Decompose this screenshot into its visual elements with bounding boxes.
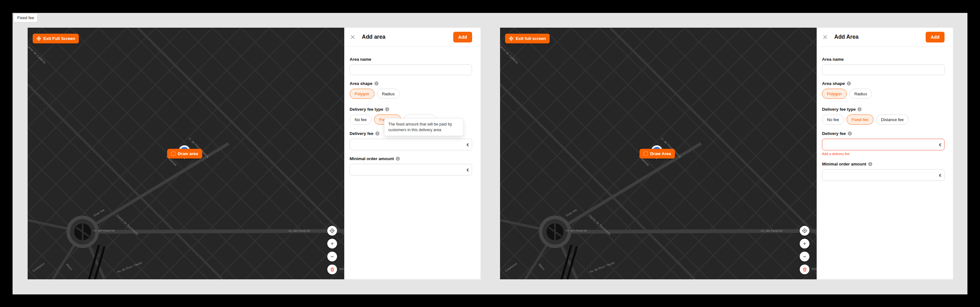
- area-shape-field: Area shape Polygon Radius: [350, 81, 472, 99]
- minimal-order-label: Minimal order amount: [822, 161, 945, 166]
- tab-fixed-fee[interactable]: Fixed fee: [14, 13, 38, 22]
- map-controls: + −: [327, 226, 337, 274]
- panel-header: Add area Add: [344, 28, 480, 46]
- zoom-in-button[interactable]: +: [800, 239, 810, 248]
- minimal-order-label: Minimal order amount: [350, 156, 472, 161]
- add-area-panel: Add area Add Area name Area shape: [344, 28, 480, 279]
- info-icon[interactable]: [868, 162, 872, 166]
- add-area-panel: Add Area Add Area name Area shape: [817, 28, 953, 279]
- area-name-field: Area name: [350, 57, 472, 75]
- area-shape-options: Polygon Radius: [822, 89, 945, 99]
- street-label: Pas: [339, 267, 344, 270]
- info-icon[interactable]: [375, 131, 379, 136]
- workspace-background: Fixed fee Carrer d: [13, 13, 967, 294]
- delivery-fee-label: Delivery fee: [822, 131, 945, 136]
- currency-suffix: €: [939, 142, 941, 147]
- street-label: Pas: [811, 267, 817, 270]
- close-button[interactable]: [822, 34, 828, 40]
- delivery-fee-input[interactable]: [350, 139, 472, 150]
- delivery-fee-input-wrap: €: [822, 139, 945, 150]
- info-icon[interactable]: [847, 82, 851, 86]
- trash-icon: [802, 267, 808, 272]
- delete-area-button[interactable]: [800, 265, 810, 274]
- panel-header: Add Area Add: [817, 28, 953, 46]
- currency-suffix: €: [467, 142, 469, 147]
- zoom-in-button[interactable]: +: [327, 239, 337, 248]
- info-icon[interactable]: [396, 157, 400, 161]
- area-shape-label: Area shape: [822, 81, 945, 86]
- delete-area-button[interactable]: [327, 265, 337, 274]
- draw-area-label: Draw area: [178, 151, 198, 156]
- area-name-label: Area name: [350, 57, 472, 62]
- minimal-order-input[interactable]: [350, 164, 472, 176]
- close-icon: [822, 34, 828, 40]
- area-name-input[interactable]: [822, 64, 945, 75]
- minimal-order-field: Minimal order amount €: [822, 161, 945, 181]
- panel-body: Area name Area shape Polygon Radius: [817, 46, 953, 181]
- shape-option-polygon[interactable]: Polygon: [350, 89, 374, 99]
- area-name-label: Area name: [822, 57, 945, 62]
- draw-area-icon: [644, 152, 648, 156]
- street-label: Av. del Paral·lel: [288, 229, 310, 232]
- locate-icon: [329, 228, 335, 234]
- add-button[interactable]: Add: [453, 32, 472, 42]
- fee-option-no-fee[interactable]: No fee: [822, 115, 844, 125]
- exit-fullscreen-button[interactable]: Exit full screen: [505, 34, 550, 43]
- area-shape-label: Area shape: [350, 81, 472, 86]
- zoom-out-button[interactable]: −: [327, 252, 337, 261]
- fee-option-fixed-fee[interactable]: Fixed fee: [846, 115, 873, 125]
- panel-title: Add Area: [834, 34, 920, 40]
- exit-fullscreen-label: Exit Full Screen: [43, 36, 75, 41]
- fee-type-options: No fee Fixed fee Distance fee: [822, 115, 945, 125]
- fee-option-no-fee[interactable]: No fee: [350, 115, 372, 125]
- minimal-order-input-wrap: €: [350, 164, 472, 176]
- draw-area-button[interactable]: Draw area: [167, 149, 202, 158]
- shape-option-polygon[interactable]: Polygon: [822, 89, 847, 99]
- area-shape-field: Area shape Polygon Radius: [822, 81, 945, 99]
- fee-type-label: Delivery fee type: [822, 107, 945, 112]
- locate-icon: [802, 228, 808, 234]
- draw-area-label: Draw Area: [650, 151, 671, 156]
- locate-button[interactable]: [800, 226, 810, 236]
- delivery-fee-input-wrap: €: [350, 139, 472, 150]
- map-canvas[interactable]: Carrer de Calàbria Gran Via Carrer de Se…: [28, 28, 344, 279]
- area-shape-options: Polygon Radius: [350, 89, 472, 99]
- collapse-icon: [509, 36, 514, 41]
- info-icon[interactable]: [385, 107, 389, 111]
- delivery-fee-input[interactable]: [822, 139, 945, 150]
- currency-suffix: €: [467, 167, 469, 172]
- minimal-order-field: Minimal order amount €: [350, 156, 472, 176]
- area-name-field: Area name: [822, 57, 945, 75]
- fixed-fee-tooltip: The fixed amount that will be paid by cu…: [384, 118, 463, 136]
- close-button[interactable]: [350, 34, 356, 40]
- info-icon[interactable]: [858, 107, 862, 111]
- trash-icon: [329, 267, 335, 272]
- fee-option-distance-fee[interactable]: Distance fee: [876, 115, 909, 125]
- street-label: Av. del Paral·lel: [565, 229, 587, 232]
- shape-option-radius[interactable]: Radius: [377, 89, 399, 99]
- exit-fullscreen-button[interactable]: Exit Full Screen: [33, 34, 79, 43]
- delivery-fee-error: Add a delivery fee: [822, 152, 945, 156]
- map-canvas[interactable]: Carrer de Calàbria Gran Via Carrer de Se…: [500, 28, 817, 279]
- fee-type-field: Delivery fee type No fee Fixed fee Dista…: [822, 107, 945, 125]
- area-name-input[interactable]: [350, 64, 472, 75]
- shape-option-radius[interactable]: Radius: [850, 89, 872, 99]
- locate-button[interactable]: [327, 226, 337, 236]
- zoom-out-button[interactable]: −: [800, 252, 810, 261]
- fee-type-label: Delivery fee type: [350, 107, 472, 112]
- close-icon: [350, 34, 356, 40]
- panel-body: Area name Area shape Polygon Radius: [344, 46, 480, 176]
- card-right: Carrer de Calàbria Gran Via Carrer de Se…: [500, 28, 953, 279]
- info-icon[interactable]: [848, 131, 852, 136]
- minimal-order-input[interactable]: [822, 169, 945, 181]
- street-label: Av. del Paral·lel: [761, 229, 783, 232]
- draw-area-icon: [171, 152, 175, 156]
- minimal-order-input-wrap: €: [822, 169, 945, 181]
- collapse-icon: [37, 36, 41, 41]
- card-left: Carrer de Calàbria Gran Via Carrer de Se…: [28, 28, 480, 279]
- add-button[interactable]: Add: [926, 32, 945, 42]
- delivery-fee-field: Delivery fee € Add a delivery fee: [822, 131, 945, 156]
- draw-area-button[interactable]: Draw Area: [640, 149, 675, 158]
- info-icon[interactable]: [374, 82, 379, 86]
- panel-title: Add area: [362, 34, 447, 40]
